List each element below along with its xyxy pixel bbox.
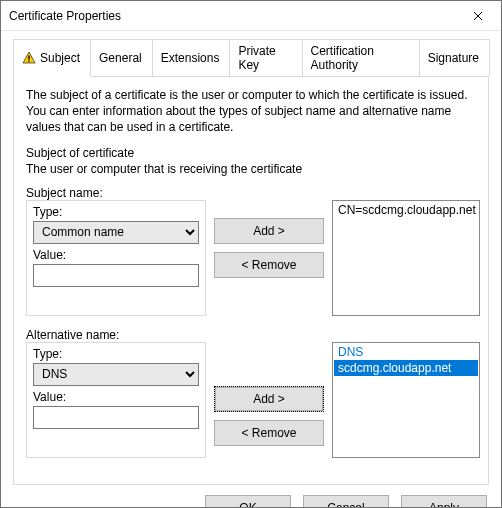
alternative-name-panel: Type: DNS Value: bbox=[26, 342, 206, 458]
section-subheading: The user or computer that is receiving t… bbox=[26, 162, 476, 176]
tab-extensions[interactable]: Extensions bbox=[152, 39, 231, 76]
subject-type-label: Type: bbox=[33, 205, 199, 219]
alternative-name-row: Type: DNS Value: Add > < Remove DNS scdc… bbox=[26, 342, 476, 458]
alt-add-button[interactable]: Add > bbox=[214, 386, 324, 412]
tab-panel-subject: The subject of a certificate is the user… bbox=[13, 76, 489, 485]
subject-name-panel: Type: Common name Value: bbox=[26, 200, 206, 316]
alt-value-input[interactable] bbox=[33, 406, 199, 429]
tab-label: Extensions bbox=[161, 51, 220, 65]
tab-label: Private Key bbox=[238, 44, 291, 72]
section-heading: Subject of certificate bbox=[26, 146, 476, 160]
warning-icon bbox=[22, 51, 36, 65]
svg-rect-1 bbox=[28, 60, 29, 61]
alt-remove-button[interactable]: < Remove bbox=[214, 420, 324, 446]
tab-label: Signature bbox=[428, 51, 479, 65]
subject-remove-button[interactable]: < Remove bbox=[214, 252, 324, 278]
tab-subject[interactable]: Subject bbox=[13, 39, 91, 77]
tab-strip: Subject General Extensions Private Key C… bbox=[13, 39, 489, 76]
alternative-name-label: Alternative name: bbox=[26, 328, 476, 342]
subject-name-label: Subject name: bbox=[26, 186, 476, 200]
apply-button[interactable]: Apply bbox=[401, 495, 487, 508]
subject-name-row: Type: Common name Value: Add > < Remove … bbox=[26, 200, 476, 316]
subject-name-list[interactable]: CN=scdcmg.cloudapp.net bbox=[332, 200, 480, 316]
subject-value-input[interactable] bbox=[33, 264, 199, 287]
close-icon bbox=[473, 11, 483, 21]
window-title: Certificate Properties bbox=[9, 9, 455, 23]
tab-label: Certification Authority bbox=[311, 44, 409, 72]
ok-button[interactable]: OK bbox=[205, 495, 291, 508]
tab-label: Subject bbox=[40, 51, 80, 65]
subject-value-label: Value: bbox=[33, 248, 199, 262]
list-item[interactable]: scdcmg.cloudapp.net bbox=[334, 360, 478, 376]
tab-description: The subject of a certificate is the user… bbox=[26, 87, 476, 136]
list-item[interactable]: CN=scdcmg.cloudapp.net bbox=[334, 202, 478, 218]
subject-type-select[interactable]: Common name bbox=[33, 221, 199, 244]
tab-label: General bbox=[99, 51, 142, 65]
tab-general[interactable]: General bbox=[90, 39, 153, 76]
alternative-name-list[interactable]: DNS scdcmg.cloudapp.net bbox=[332, 342, 480, 458]
close-button[interactable] bbox=[455, 1, 501, 30]
tab-private-key[interactable]: Private Key bbox=[229, 39, 302, 76]
dialog-footer: OK Cancel Apply bbox=[1, 485, 501, 508]
alt-type-select[interactable]: DNS bbox=[33, 363, 199, 386]
alt-value-label: Value: bbox=[33, 390, 199, 404]
tab-signature[interactable]: Signature bbox=[419, 39, 490, 76]
subject-add-button[interactable]: Add > bbox=[214, 218, 324, 244]
svg-rect-0 bbox=[28, 56, 29, 60]
tab-certification-authority[interactable]: Certification Authority bbox=[302, 39, 420, 76]
list-header: DNS bbox=[334, 344, 478, 360]
cancel-button[interactable]: Cancel bbox=[303, 495, 389, 508]
alt-type-label: Type: bbox=[33, 347, 199, 361]
